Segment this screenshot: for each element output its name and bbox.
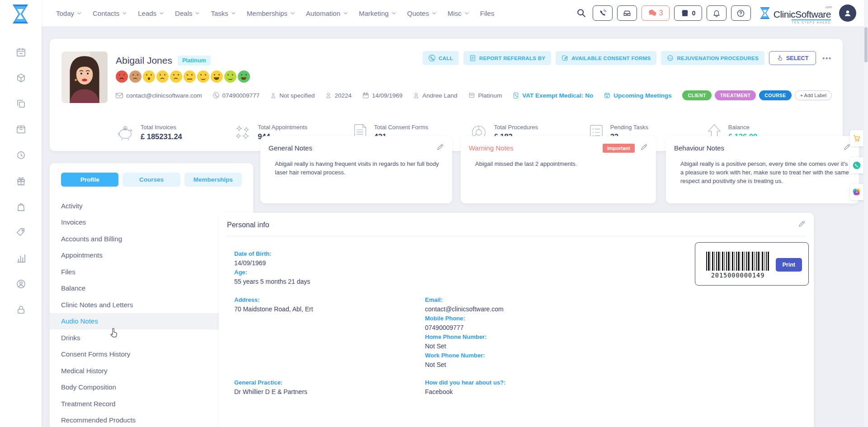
patient-email[interactable]: contact@clinicsoftware.com	[116, 92, 202, 99]
tab-courses[interactable]: Courses	[123, 173, 180, 187]
nav-memberships[interactable]: Memberships	[247, 9, 293, 17]
nav-contacts[interactable]: Contacts	[93, 9, 125, 17]
scrollbar-thumb[interactable]	[864, 27, 868, 62]
person-outline-icon	[270, 92, 276, 99]
chevron-down-icon	[77, 10, 81, 14]
clinicsoftware-logo-icon	[759, 6, 771, 20]
nav-deals[interactable]: Deals	[175, 9, 198, 17]
nav-label: Marketing	[359, 9, 389, 17]
consent-forms-button[interactable]: AVAILABLE CONSENT FORMS	[556, 51, 656, 65]
search-icon[interactable]	[576, 8, 586, 18]
mood-face-5[interactable]	[170, 70, 182, 83]
chevron-down-icon	[344, 10, 347, 14]
behaviour-notes-card: Behaviour Notes Abigail really is a posi…	[666, 136, 859, 203]
nav-quotes[interactable]: Quotes	[407, 9, 435, 17]
chevron-down-icon	[392, 10, 396, 14]
patient-photo[interactable]	[61, 52, 108, 103]
menu-item-activity[interactable]: Activity	[50, 197, 253, 214]
calendar-icon[interactable]	[16, 47, 26, 57]
dialer-button[interactable]	[593, 5, 613, 21]
mood-face-1[interactable]	[116, 70, 128, 83]
document-icon	[469, 55, 476, 61]
add-label-button[interactable]: + Add Label	[795, 90, 832, 100]
patient-referral[interactable]: Not specified	[270, 92, 315, 99]
vat-exempt-link[interactable]: VAT Exempt Medical: No	[513, 92, 593, 99]
edit-general-notes-button[interactable]	[436, 143, 444, 153]
mood-face-9[interactable]	[224, 70, 236, 83]
membership-level[interactable]: Platinum	[468, 92, 502, 99]
mood-face-2[interactable]	[129, 70, 142, 83]
nav-automation[interactable]: Automation	[306, 9, 346, 17]
more-options-button[interactable]: •••	[821, 53, 834, 64]
mood-face-7[interactable]	[197, 70, 209, 83]
upcoming-meetings-link[interactable]: Upcoming Meetings	[604, 92, 671, 99]
nav-marketing[interactable]: Marketing	[359, 9, 395, 17]
box-icon[interactable]	[16, 124, 26, 135]
call-button[interactable]: CALL	[423, 51, 459, 65]
gift-icon[interactable]	[16, 176, 26, 186]
user-avatar[interactable]	[839, 5, 856, 22]
warning-notes-title: Warning Notes	[469, 144, 514, 152]
clinicsoftware-logo-icon[interactable]	[11, 4, 30, 26]
assigned-staff[interactable]: Andree Land	[413, 92, 457, 99]
nav-label: Misc	[448, 9, 462, 17]
help-button[interactable]	[731, 5, 751, 21]
shopping-bag-icon[interactable]	[16, 202, 26, 212]
mood-face-6[interactable]	[184, 70, 196, 83]
nav-label: Memberships	[247, 9, 288, 17]
label-client[interactable]: CLIENT	[682, 90, 711, 100]
chevron-down-icon	[432, 10, 436, 14]
nav-leads[interactable]: Leads	[138, 9, 162, 17]
patient-id[interactable]: 20224	[326, 92, 352, 99]
mood-face-3[interactable]	[143, 70, 155, 83]
quick-call-widget[interactable]	[850, 157, 863, 174]
bar-chart-icon[interactable]	[16, 253, 26, 263]
print-barcode-button[interactable]: Print	[776, 258, 802, 272]
patient-dob[interactable]: 14/09/1969	[363, 92, 403, 99]
report-referrals-button[interactable]: REPORT REFERRALS BY	[463, 51, 551, 65]
support-icon[interactable]	[16, 279, 26, 289]
label-course[interactable]: COURSE	[759, 90, 791, 100]
history-icon[interactable]	[16, 150, 26, 160]
select-button[interactable]: SELECT	[769, 51, 816, 65]
page-scrollbar[interactable]	[864, 0, 868, 427]
messages-button[interactable]: 3	[642, 5, 670, 21]
edit-warning-notes-button[interactable]	[640, 143, 648, 153]
pencil-icon	[436, 143, 444, 151]
nav-tasks[interactable]: Tasks	[211, 9, 234, 17]
tab-memberships[interactable]: Memberships	[184, 173, 242, 187]
quick-cart-widget[interactable]	[850, 130, 863, 146]
edit-personal-info-button[interactable]	[798, 220, 806, 230]
package-icon[interactable]	[16, 73, 26, 83]
copy-icon[interactable]	[16, 99, 26, 109]
field-date-of-birth: Date of Birth: 14/09/1969	[234, 250, 271, 267]
nav-label: Today	[56, 9, 74, 17]
mood-face-10[interactable]	[238, 70, 250, 83]
lock-icon[interactable]	[16, 305, 26, 315]
nav-files[interactable]: Files	[480, 9, 495, 17]
field-general-practice: General Practice: Dr Whillier D E & Part…	[234, 379, 307, 395]
nav-misc[interactable]: Misc	[448, 9, 467, 17]
tag-icon[interactable]	[16, 227, 26, 238]
spa-icon	[667, 55, 674, 61]
mood-face-4[interactable]	[156, 70, 169, 83]
shop-button[interactable]: 0	[674, 5, 702, 21]
inbox-button[interactable]	[617, 5, 637, 21]
svg-text:AI: AI	[856, 191, 858, 193]
chevron-down-icon	[196, 10, 199, 14]
chevron-down-icon	[465, 10, 468, 14]
question-icon	[736, 9, 745, 18]
notifications-button[interactable]	[707, 5, 726, 21]
stat-value: £ 185231.24	[141, 132, 182, 141]
nav-today[interactable]: Today	[56, 9, 80, 17]
brand-tld: .com	[825, 5, 832, 9]
patient-phone[interactable]: 07490009777	[213, 92, 260, 99]
ai-assistant-widget[interactable]: AI	[850, 184, 863, 200]
field-home-phone: Home Phone Number: Not Set	[425, 333, 487, 350]
patient-header-card: Abigail Jones Platinum contact@clinicsof…	[50, 39, 843, 151]
label-treatment[interactable]: TREATMENT	[715, 90, 756, 100]
mood-face-8[interactable]	[211, 70, 223, 83]
rejuvenation-button[interactable]: REJUVENATION PROCEDURES	[661, 51, 764, 65]
clinicsoftware-brand[interactable]: ClinicSoftware.comTEN STEPS AHEAD	[759, 6, 831, 20]
tab-profile[interactable]: Profile	[61, 173, 118, 187]
